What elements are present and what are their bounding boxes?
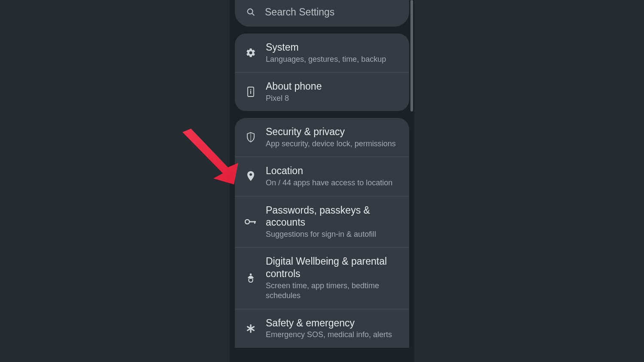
settings-item-safety-emergency[interactable]: Safety & emergency Emergency SOS, medica… bbox=[235, 309, 409, 348]
item-subtitle: Pixel 8 bbox=[266, 94, 401, 103]
location-pin-icon bbox=[244, 171, 257, 182]
scrollbar[interactable] bbox=[410, 0, 413, 362]
svg-point-6 bbox=[245, 220, 249, 224]
emergency-asterisk-icon bbox=[244, 323, 257, 334]
settings-item-text: Safety & emergency Emergency SOS, medica… bbox=[266, 317, 401, 340]
item-subtitle: Emergency SOS, medical info, alerts bbox=[266, 330, 401, 340]
settings-item-text: Security & privacy App security, device … bbox=[266, 126, 401, 149]
scrollbar-thumb[interactable] bbox=[410, 0, 413, 112]
svg-line-1 bbox=[252, 13, 254, 15]
settings-item-security-privacy[interactable]: Security & privacy App security, device … bbox=[235, 118, 409, 157]
wellbeing-icon bbox=[244, 273, 257, 284]
shield-icon bbox=[244, 132, 257, 143]
settings-item-system[interactable]: System Languages, gestures, time, backup bbox=[235, 33, 409, 72]
svg-point-0 bbox=[248, 9, 253, 14]
settings-item-text: About phone Pixel 8 bbox=[266, 80, 401, 103]
settings-group-privacy: Security & privacy App security, device … bbox=[235, 118, 409, 348]
settings-item-digital-wellbeing[interactable]: Digital Wellbeing & parental controls Sc… bbox=[235, 247, 409, 308]
search-placeholder: Search Settings bbox=[265, 6, 334, 18]
settings-item-passwords[interactable]: Passwords, passkeys & accounts Suggestio… bbox=[235, 196, 409, 247]
settings-item-text: Passwords, passkeys & accounts Suggestio… bbox=[266, 204, 401, 240]
item-subtitle: On / 44 apps have access to location bbox=[266, 178, 401, 188]
item-subtitle: Screen time, app timers, bedtime schedul… bbox=[266, 281, 401, 301]
item-subtitle: App security, device lock, permissions bbox=[266, 139, 401, 149]
settings-item-about-phone[interactable]: About phone Pixel 8 bbox=[235, 72, 409, 111]
item-title: Location bbox=[266, 165, 401, 177]
key-icon bbox=[244, 218, 257, 225]
settings-item-text: Digital Wellbeing & parental controls Sc… bbox=[266, 255, 401, 301]
settings-group-system: System Languages, gestures, time, backup… bbox=[235, 33, 409, 111]
svg-point-5 bbox=[249, 173, 252, 176]
search-icon bbox=[244, 7, 257, 17]
item-title: Security & privacy bbox=[266, 126, 401, 138]
item-subtitle: Suggestions for sign-in & autofill bbox=[266, 229, 401, 239]
item-title: System bbox=[266, 41, 401, 54]
settings-screen: Search Settings System Languages, gestur… bbox=[230, 0, 414, 362]
svg-point-9 bbox=[250, 273, 252, 275]
settings-item-text: Location On / 44 apps have access to loc… bbox=[266, 165, 401, 188]
search-settings[interactable]: Search Settings bbox=[235, 0, 409, 27]
settings-item-text: System Languages, gestures, time, backup bbox=[266, 41, 401, 64]
item-subtitle: Languages, gestures, time, backup bbox=[266, 54, 401, 64]
item-title: About phone bbox=[266, 80, 401, 93]
gear-icon bbox=[244, 48, 257, 58]
item-title: Safety & emergency bbox=[266, 317, 401, 329]
svg-rect-8 bbox=[254, 221, 255, 224]
settings-item-location[interactable]: Location On / 44 apps have access to loc… bbox=[235, 157, 409, 196]
item-title: Passwords, passkeys & accounts bbox=[266, 204, 401, 229]
item-title: Digital Wellbeing & parental controls bbox=[266, 255, 401, 280]
phone-info-icon bbox=[244, 86, 257, 97]
